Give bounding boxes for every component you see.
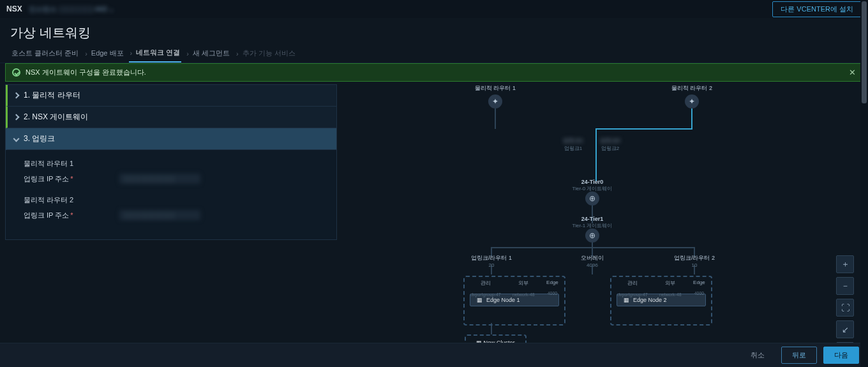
chevron-right-icon: › bbox=[85, 50, 87, 57]
uplink2-label: 업링크2업링크2 bbox=[600, 137, 620, 152]
fit-icon: ⛶ bbox=[841, 303, 849, 313]
chevron-right-icon: › bbox=[186, 50, 189, 57]
checkmark-circle-icon bbox=[12, 68, 20, 77]
physical-router-1-label: 물리적 라우터 1 bbox=[24, 159, 318, 169]
chevron-down-icon bbox=[13, 136, 20, 142]
chevron-right-icon: › bbox=[236, 50, 239, 57]
top-bar: NSX 인스턴스 ░░░░░░░:443⌄ 다른 VCENTER에 설치 bbox=[0, 0, 868, 18]
zoom-out-button[interactable]: － bbox=[836, 277, 854, 295]
uplink-ip-1-input[interactable]: ░░░░░░░░░ bbox=[119, 174, 200, 184]
brand-label: NSX bbox=[6, 4, 22, 13]
gateway-icon[interactable]: ⊕ bbox=[585, 191, 599, 206]
vertical-scrollbar[interactable] bbox=[860, 0, 868, 367]
success-banner: NSX 게이트웨이 구성을 완료했습니다. ✕ bbox=[5, 63, 863, 82]
uplink1-label: 업링크1업링크1 bbox=[563, 137, 583, 152]
chevron-right-icon: › bbox=[130, 49, 133, 57]
zoom-in-button[interactable]: ＋ bbox=[836, 255, 854, 273]
gateway-icon[interactable]: ⊕ bbox=[585, 228, 599, 243]
uplink-router-1-label: 업링크/라우터 120 bbox=[471, 254, 512, 268]
step-network-connection[interactable]: ›네트워크 연결 bbox=[129, 44, 182, 63]
chevron-down-icon: ⌄ bbox=[108, 5, 114, 13]
accordion-nsx-gateway[interactable]: 2. NSX 게이트웨이 bbox=[6, 107, 336, 128]
zoom-in-icon: ＋ bbox=[841, 258, 849, 270]
scrollbar-thumb[interactable] bbox=[862, 1, 867, 103]
accordion-physical-router[interactable]: 1. 물리적 라우터 bbox=[6, 85, 336, 107]
accordion-uplink[interactable]: 3. 업링크 bbox=[6, 128, 336, 150]
step-additional-services: ›추가 기능 서비스 bbox=[235, 45, 297, 62]
config-panel: 1. 물리적 라우터 2. NSX 게이트웨이 3. 업링크 물리적 라우터 1… bbox=[5, 84, 337, 367]
instance-selector[interactable]: 인스턴스 ░░░░░░░:443⌄ bbox=[29, 4, 114, 14]
edge-node-2-box: 관리dvportgroup-47 외부network-48 Edge4000 ▦… bbox=[610, 276, 712, 326]
uplink-ip-2-input[interactable]: ░░░░░░░░░ bbox=[119, 210, 200, 220]
zoom-out-icon: － bbox=[841, 280, 849, 292]
phys-router-2-label: 물리적 라우터 2 bbox=[671, 84, 712, 93]
close-icon[interactable]: ✕ bbox=[849, 68, 856, 77]
step-host-cluster-prep[interactable]: 호스트 클러스터 준비 bbox=[10, 45, 80, 62]
back-button[interactable]: 뒤로 bbox=[781, 347, 817, 364]
required-marker: * bbox=[70, 175, 73, 183]
install-other-vcenter-button[interactable]: 다른 VCENTER에 설치 bbox=[772, 1, 862, 17]
uplink-form: 물리적 라우터 1 업링크 IP 주소* ░░░░░░░░░ 물리적 라우터 2… bbox=[6, 150, 336, 239]
step-new-segment[interactable]: ›새 세그먼트 bbox=[185, 45, 231, 62]
collapse-icon: ↙ bbox=[842, 325, 849, 334]
uplink-router-2-label: 업링크/라우터 210 bbox=[674, 254, 715, 268]
fit-to-screen-button[interactable]: ⛶ bbox=[836, 299, 854, 317]
collapse-button[interactable]: ↙ bbox=[836, 320, 854, 338]
page-title: 가상 네트워킹 bbox=[0, 18, 868, 44]
step-edge-deploy[interactable]: ›Edge 배포 bbox=[84, 45, 124, 62]
overlay-label: 오버레이4096 bbox=[581, 254, 604, 268]
chevron-right-icon bbox=[13, 93, 20, 99]
cancel-button[interactable]: 취소 bbox=[740, 347, 775, 363]
tier1-label: 24-Tier1Tier-1 게이트웨이 bbox=[572, 216, 613, 229]
phys-router-1-label: 물리적 라우터 1 bbox=[475, 84, 516, 93]
chevron-right-icon bbox=[13, 114, 20, 121]
banner-text: NSX 게이트웨이 구성을 완료했습니다. bbox=[26, 68, 146, 77]
server-icon: ▦ bbox=[624, 297, 629, 303]
tier0-label: 24-Tier0Tier-0 게이트웨이 bbox=[572, 179, 613, 192]
edge-node-1-box: 관리dvportgroup-47 외부network-48 Edge4000 ▦… bbox=[463, 276, 565, 326]
router-icon: ✦ bbox=[685, 94, 699, 109]
wizard-footer: 취소 뒤로 다음 bbox=[0, 343, 868, 367]
server-icon: ▦ bbox=[477, 297, 483, 303]
physical-router-2-label: 물리적 라우터 2 bbox=[24, 195, 318, 205]
router-icon: ✦ bbox=[488, 94, 502, 109]
required-marker: * bbox=[70, 211, 73, 219]
topology-diagram[interactable]: 물리적 라우터 1 ✦ 물리적 라우터 2 ✦ 업링크1업링크1 업링크2업링크… bbox=[342, 84, 863, 367]
wizard-steps: 호스트 클러스터 준비 ›Edge 배포 ›네트워크 연결 ›새 세그먼트 ›추… bbox=[0, 44, 868, 63]
next-button[interactable]: 다음 bbox=[823, 347, 859, 364]
